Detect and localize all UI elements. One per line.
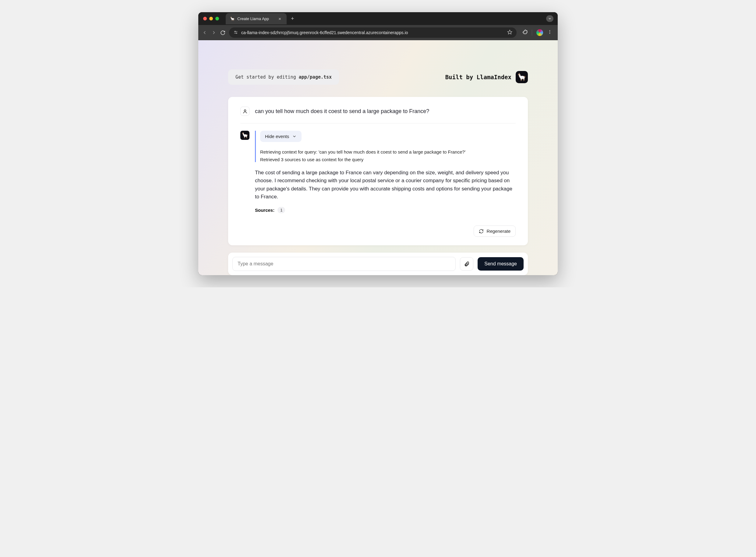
source-badge[interactable]: 1 <box>277 207 285 213</box>
built-by-badge: Built by LlamaIndex 🦙 <box>445 71 528 83</box>
tab-title: Create Llama App <box>237 17 269 21</box>
hide-events-label: Hide events <box>265 134 289 139</box>
minimize-window-button[interactable] <box>209 17 213 21</box>
composer: Send message <box>228 253 528 275</box>
chevron-down-icon <box>292 134 297 139</box>
attach-button[interactable] <box>460 257 473 271</box>
regenerate-label: Regenerate <box>487 229 511 234</box>
close-window-button[interactable] <box>203 17 207 21</box>
svg-point-2 <box>235 31 236 32</box>
event-line: Retrieving context for query: 'can you t… <box>260 149 516 154</box>
hide-events-toggle[interactable]: Hide events <box>260 131 302 142</box>
forward-button[interactable] <box>211 30 217 35</box>
sources-label: Sources: <box>255 207 274 213</box>
bookmark-star-icon[interactable] <box>507 30 512 36</box>
svg-point-8 <box>244 109 246 111</box>
back-button[interactable] <box>202 30 207 35</box>
toolbar-divider <box>532 30 532 36</box>
browser-toolbar: ca-llama-index-sdzhrrcpj5muq.greenrock-6… <box>198 25 558 40</box>
new-tab-button[interactable]: + <box>286 16 299 22</box>
browser-window: 🦙 Create Llama App × + ca-llama-index-sd… <box>198 12 558 275</box>
sources-row: Sources: 1 <box>255 207 516 213</box>
user-message-text: can you tell how much does it coest to s… <box>255 108 429 115</box>
site-settings-icon[interactable] <box>233 30 238 36</box>
get-started-file: app/page.tsx <box>299 75 332 80</box>
events-block: Hide events Retrieving context for query… <box>255 131 516 162</box>
svg-marker-4 <box>508 30 512 34</box>
assistant-avatar-icon: 🦙 <box>240 131 249 140</box>
reload-button[interactable] <box>220 30 225 35</box>
tabs-dropdown-button[interactable] <box>546 15 553 22</box>
event-line: Retrieved 3 sources to use as context fo… <box>260 157 516 162</box>
browser-tab[interactable]: 🦙 Create Llama App × <box>226 13 286 24</box>
chat-card: can you tell how much does it coest to s… <box>228 97 528 245</box>
user-avatar-icon <box>240 107 249 116</box>
llama-logo-icon: 🦙 <box>516 71 528 83</box>
send-button[interactable]: Send message <box>478 257 523 271</box>
get-started-hint: Get started by editing app/page.tsx <box>228 69 339 85</box>
svg-point-7 <box>549 33 550 33</box>
extensions-icon[interactable] <box>522 29 527 36</box>
profile-avatar[interactable] <box>536 29 543 36</box>
user-message-row: can you tell how much does it coest to s… <box>240 107 516 123</box>
tab-favicon-icon: 🦙 <box>230 16 235 21</box>
close-tab-button[interactable]: × <box>277 16 282 21</box>
svg-point-3 <box>236 33 237 33</box>
svg-point-6 <box>549 32 550 32</box>
built-by-label: Built by LlamaIndex <box>445 74 511 81</box>
url-text: ca-llama-index-sdzhrrcpj5muq.greenrock-6… <box>241 30 408 35</box>
svg-point-5 <box>549 30 550 31</box>
get-started-prefix: Get started by editing <box>236 75 299 80</box>
titlebar: 🦙 Create Llama App × + <box>198 12 558 25</box>
assistant-message-row: 🦙 Hide events Retrieving context for que… <box>240 123 516 237</box>
window-controls <box>198 17 224 21</box>
refresh-icon <box>479 229 484 234</box>
address-bar[interactable]: ca-llama-index-sdzhrrcpj5muq.greenrock-6… <box>229 27 517 38</box>
send-label: Send message <box>484 261 517 266</box>
message-input[interactable] <box>233 257 456 271</box>
paperclip-icon <box>464 261 470 267</box>
maximize-window-button[interactable] <box>215 17 219 21</box>
assistant-answer-text: The cost of sending a large package to F… <box>255 169 516 201</box>
browser-menu-button[interactable] <box>547 30 552 36</box>
page-content: Get started by editing app/page.tsx Buil… <box>198 40 558 275</box>
regenerate-button[interactable]: Regenerate <box>474 226 516 237</box>
